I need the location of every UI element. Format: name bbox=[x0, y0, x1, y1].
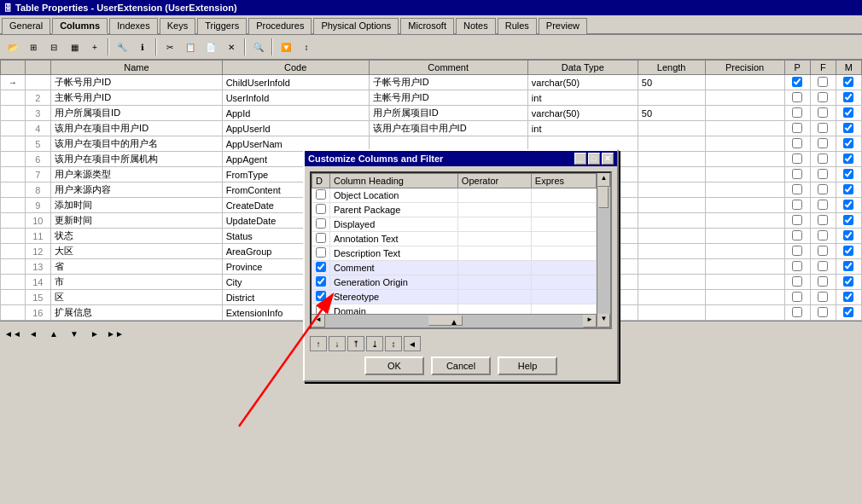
dialog-row-expression bbox=[531, 203, 596, 217]
dialog-row-heading: Comment bbox=[330, 261, 458, 275]
dialog-col-expression: Expres bbox=[531, 174, 596, 188]
dialog-toolbar-left-btn[interactable]: ◄ bbox=[404, 336, 421, 345]
hscroll-right-btn[interactable]: ► bbox=[583, 315, 597, 327]
dialog-col-operator: Operator bbox=[457, 174, 531, 188]
dialog-table-row: Generation Origin bbox=[312, 275, 597, 290]
hscroll-left-btn[interactable]: ◄ bbox=[312, 315, 325, 327]
dialog-row-heading: Annotation Text bbox=[330, 232, 458, 246]
dialog-toolbar-sort-btn[interactable]: ↕ bbox=[385, 336, 402, 345]
dialog-row-operator bbox=[457, 275, 531, 290]
dialog-toolbar-top-btn[interactable]: ⤒ bbox=[347, 336, 364, 345]
dialog-table-row: Object Location bbox=[312, 188, 597, 203]
dialog-table-row: Description Text bbox=[312, 246, 597, 261]
dialog-maximize-btn[interactable]: □ bbox=[588, 153, 600, 165]
dialog-col-heading: Column Heading bbox=[330, 174, 458, 188]
dialog-row-heading: Parent Package bbox=[330, 203, 458, 217]
dialog-table-row: Comment bbox=[312, 261, 597, 275]
hscroll-track: ▲ bbox=[325, 315, 583, 327]
scroll-track bbox=[597, 187, 610, 314]
dialog-toolbar-bottom-btn[interactable]: ⤓ bbox=[366, 336, 383, 345]
scroll-up-btn[interactable]: ▲ bbox=[597, 173, 610, 187]
dialog-window-controls: _ □ ✕ bbox=[574, 153, 614, 165]
dialog-content: D Column Heading Operator Expres Object … bbox=[305, 166, 617, 345]
dialog-minimize-btn[interactable]: _ bbox=[574, 153, 586, 165]
dialog-table-row: Stereotype bbox=[312, 290, 597, 304]
dialog-row-operator bbox=[457, 290, 531, 304]
dialog-hscrollbar[interactable]: ◄ ▲ ► bbox=[312, 314, 597, 327]
dialog-row-check[interactable] bbox=[312, 275, 330, 290]
dialog-row-check[interactable] bbox=[312, 261, 330, 275]
dialog-row-operator bbox=[457, 261, 531, 275]
dialog-col-d: D bbox=[312, 174, 330, 188]
dialog-toolbar-move-up-btn[interactable]: ↑ bbox=[310, 336, 327, 345]
customize-dialog: Customize Columns and Filter _ □ ✕ D Col… bbox=[303, 149, 619, 345]
dialog-toolbar-move-down-btn[interactable]: ↓ bbox=[329, 336, 346, 345]
scroll-down-btn[interactable]: ▼ bbox=[597, 314, 610, 327]
dialog-title-bar: Customize Columns and Filter _ □ ✕ bbox=[305, 151, 617, 166]
dialog-row-check[interactable] bbox=[312, 232, 330, 246]
dialog-row-check[interactable] bbox=[312, 188, 330, 203]
dialog-row-heading: Stereotype bbox=[330, 290, 458, 304]
dialog-row-expression bbox=[531, 261, 596, 275]
scroll-thumb[interactable] bbox=[598, 187, 609, 208]
dialog-columns-table: D Column Heading Operator Expres Object … bbox=[312, 173, 597, 329]
dialog-table-row: Displayed bbox=[312, 217, 597, 232]
dialog-toolbar: ↑ ↓ ⤒ ⤓ ↕ ◄ bbox=[310, 336, 612, 345]
dialog-title-text: Customize Columns and Filter bbox=[308, 154, 443, 164]
dialog-row-heading: Description Text bbox=[330, 246, 458, 261]
scroll-arrow-indicator: ▲ bbox=[450, 317, 458, 327]
dialog-row-expression bbox=[531, 232, 596, 246]
dialog-row-expression bbox=[531, 217, 596, 232]
dialog-row-heading: Displayed bbox=[330, 217, 458, 232]
dialog-row-operator bbox=[457, 246, 531, 261]
dialog-row-expression bbox=[531, 246, 596, 261]
dialog-row-expression bbox=[531, 275, 596, 290]
dialog-close-btn[interactable]: ✕ bbox=[602, 153, 614, 165]
dialog-table-row: Parent Package bbox=[312, 203, 597, 217]
dialog-row-heading: Generation Origin bbox=[330, 275, 458, 290]
dialog-row-check[interactable] bbox=[312, 203, 330, 217]
dialog-row-expression bbox=[531, 290, 596, 304]
dialog-row-operator bbox=[457, 217, 531, 232]
dialog-row-expression bbox=[531, 188, 596, 203]
dialog-row-operator bbox=[457, 203, 531, 217]
dialog-row-check[interactable] bbox=[312, 290, 330, 304]
dialog-row-heading: Object Location bbox=[330, 188, 458, 203]
dialog-row-check[interactable] bbox=[312, 246, 330, 261]
dialog-table-row: Annotation Text bbox=[312, 232, 597, 246]
dialog-row-operator bbox=[457, 232, 531, 246]
dialog-row-operator bbox=[457, 188, 531, 203]
dialog-row-check[interactable] bbox=[312, 217, 330, 232]
dialog-overlay: Customize Columns and Filter _ □ ✕ D Col… bbox=[0, 0, 862, 345]
dialog-scrollbar[interactable]: ▲ ▼ bbox=[597, 173, 610, 327]
